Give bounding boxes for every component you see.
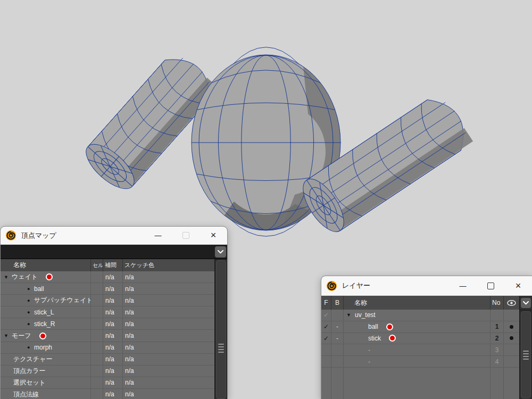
minimize-button[interactable]: — xyxy=(449,276,477,295)
close-button[interactable]: × xyxy=(504,276,532,295)
column-visibility[interactable] xyxy=(504,296,519,310)
scrollbar-thumb[interactable] xyxy=(216,260,226,399)
layer-name-label: - xyxy=(368,346,370,354)
vertex-map-panel: 頂点マップ — × 名称 セル 補間 スケッチ色 xyxy=(0,226,228,399)
column-back[interactable]: B xyxy=(331,296,344,310)
vertex-map-row[interactable]: 選択セット n/a n/a xyxy=(1,377,214,389)
scrollbar-grip xyxy=(218,344,224,353)
column-interp[interactable]: 補間 xyxy=(103,259,123,271)
freeze-checkmark[interactable]: ✓ xyxy=(321,321,331,332)
sketch-color-value: n/a xyxy=(123,354,214,365)
layer-scrollbar[interactable] xyxy=(519,296,532,399)
vertex-map-row[interactable]: ● stick_R n/a n/a xyxy=(1,318,214,330)
vertex-map-row[interactable]: ▼ ウェイト n/a n/a xyxy=(1,271,214,283)
column-freeze[interactable]: F xyxy=(321,296,331,310)
layer-name-label: uv_test xyxy=(355,311,376,319)
map-name-label: サブパッチウェイト xyxy=(34,296,91,305)
map-name-label: ウェイト xyxy=(12,272,38,281)
maximize-button[interactable] xyxy=(477,276,504,295)
layer-list-empty-area xyxy=(321,368,519,399)
back-value[interactable]: - xyxy=(331,333,344,344)
cell-value xyxy=(91,306,103,318)
layer-name-label: stick xyxy=(368,335,381,342)
vertex-map-row[interactable]: ▼ モーフ n/a n/a xyxy=(1,330,214,342)
column-name[interactable]: 名称 xyxy=(344,296,491,310)
map-name-label: 頂点カラー xyxy=(13,367,46,376)
layer-number: 2 xyxy=(491,333,504,344)
panel-title: レイヤー xyxy=(342,281,370,290)
maximize-button[interactable] xyxy=(172,227,200,244)
visibility-dot-icon xyxy=(510,325,513,329)
layer-row[interactable]: ✓ ▼ uv_test xyxy=(321,310,519,321)
sketch-color-value: n/a xyxy=(123,342,214,353)
bullet-icon: ● xyxy=(27,321,33,327)
visibility-toggle[interactable] xyxy=(504,333,519,344)
layer-row[interactable]: ✓ - ball 1 xyxy=(321,321,519,333)
back-value[interactable] xyxy=(331,356,344,367)
cell-value xyxy=(91,389,103,399)
vertex-map-row[interactable]: ● stick_L n/a n/a xyxy=(1,306,214,318)
map-name-label: stick_L xyxy=(34,309,54,316)
vertex-map-row[interactable]: ● サブパッチウェイト n/a n/a xyxy=(1,295,214,306)
dropdown-button[interactable] xyxy=(521,298,531,308)
visibility-toggle[interactable] xyxy=(504,356,519,367)
vertex-map-row[interactable]: ● morph n/a n/a xyxy=(1,342,214,354)
layer-number: 4 xyxy=(491,356,504,367)
vertex-map-row[interactable]: ● ball n/a n/a xyxy=(1,283,214,295)
vertex-map-titlebar[interactable]: 頂点マップ — × xyxy=(1,227,227,245)
map-name-label: ball xyxy=(34,285,44,293)
vertex-map-row[interactable]: テクスチャー n/a n/a xyxy=(1,354,214,365)
back-value[interactable]: - xyxy=(331,321,344,332)
layer-name-label: - xyxy=(368,358,370,365)
expand-triangle-icon[interactable]: ▼ xyxy=(346,312,353,318)
visibility-toggle[interactable] xyxy=(504,310,519,321)
sketch-color-value: n/a xyxy=(123,365,214,377)
interp-value: n/a xyxy=(103,377,123,388)
metasequoia-spiral-icon xyxy=(5,230,16,241)
visibility-toggle[interactable] xyxy=(504,321,519,332)
layer-number xyxy=(491,310,504,321)
eye-icon xyxy=(507,300,516,306)
vertex-map-row[interactable]: 頂点法線 n/a n/a xyxy=(1,389,214,399)
cell-value xyxy=(91,377,103,388)
visibility-dot-icon xyxy=(510,336,513,340)
back-value[interactable] xyxy=(331,310,344,321)
column-cell[interactable]: セル xyxy=(91,259,103,271)
red-dot-icon xyxy=(39,332,46,339)
cell-value xyxy=(91,318,103,329)
minimize-button[interactable]: — xyxy=(144,227,172,244)
cell-value xyxy=(91,354,103,365)
map-name-label: テクスチャー xyxy=(13,355,52,364)
vertex-map-scrollbar[interactable] xyxy=(214,259,227,399)
metasequoia-spiral-icon xyxy=(326,280,337,292)
layer-titlebar[interactable]: レイヤー — × xyxy=(321,276,532,296)
expand-triangle-icon[interactable]: ▼ xyxy=(4,275,11,280)
cell-value xyxy=(91,365,103,377)
cell-value xyxy=(91,283,103,294)
expand-triangle-icon[interactable]: ▼ xyxy=(4,333,11,338)
interp-value: n/a xyxy=(103,318,123,329)
vertex-map-row[interactable]: 頂点カラー n/a n/a xyxy=(1,365,214,377)
freeze-checkmark[interactable] xyxy=(321,344,331,355)
dropdown-button[interactable] xyxy=(215,246,226,257)
layer-row[interactable]: - 3 xyxy=(321,344,519,356)
visibility-toggle[interactable] xyxy=(504,344,519,355)
column-number[interactable]: No xyxy=(491,296,504,310)
layer-row[interactable]: - 4 xyxy=(321,356,519,368)
freeze-checkmark[interactable]: ✓ xyxy=(321,333,331,344)
red-dot-icon xyxy=(46,273,53,280)
freeze-checkmark[interactable]: ✓ xyxy=(321,310,331,321)
cell-value xyxy=(91,330,103,341)
column-sketch[interactable]: スケッチ色 xyxy=(123,259,214,271)
close-button[interactable]: × xyxy=(200,227,227,244)
interp-value: n/a xyxy=(103,365,123,377)
back-value[interactable] xyxy=(331,344,344,355)
column-name[interactable]: 名称 xyxy=(1,259,91,271)
map-selector-bar[interactable] xyxy=(1,245,227,259)
freeze-checkmark[interactable] xyxy=(321,356,331,367)
red-dot-icon xyxy=(386,323,393,330)
interp-value: n/a xyxy=(103,330,123,341)
layer-row[interactable]: ✓ - stick 2 xyxy=(321,333,519,345)
layer-number: 1 xyxy=(491,321,504,332)
layer-name-label: ball xyxy=(368,323,378,330)
